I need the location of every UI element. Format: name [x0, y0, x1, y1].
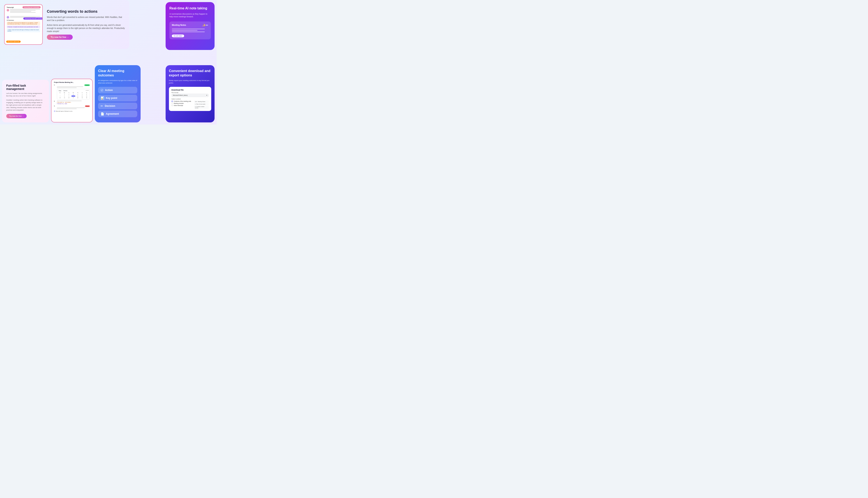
download-body: Easily export your meeting outcomes in a… [169, 79, 211, 84]
austin-badge: Austin [85, 84, 90, 86]
cal-day[interactable]: 12 [80, 95, 84, 97]
calendar-nav: Today Tomorrow Jul 2024 [58, 90, 89, 91]
summarizing-badge: Summarizing transcript in real time [23, 17, 43, 19]
converting-words-heading: Converting words to actions [47, 9, 125, 14]
ai-action: □ Action: Austin will meet with legal on… [7, 28, 40, 32]
cal-header: Fr [80, 92, 84, 93]
transcript-text-line [10, 10, 36, 11]
file-format-select[interactable]: Microsoft Word (.docx) ▾ [171, 94, 209, 97]
task-line-group: Austin Today Tomorrow Jul 2024 Su Mo Tu [57, 84, 90, 100]
task-num-3: 3. [54, 105, 56, 107]
converting-words-para2: Action items are generated automatically… [47, 24, 125, 33]
option-label-3: Voice transcript [174, 105, 183, 106]
converting-words-para1: Words that don't get converted to action… [47, 16, 125, 22]
meeting-items-list: 11h - Meeting Notes 1. Plan of next week… [194, 101, 209, 109]
main-container: Transcript Transcribing your conversatio… [0, 0, 217, 124]
notes-line [172, 31, 205, 32]
cal-day[interactable]: 11 [76, 95, 80, 97]
add-to-note-badge: One click to add to note [6, 41, 21, 43]
radio-minutes[interactable] [171, 103, 173, 104]
keypoint-label: Key point [106, 96, 117, 100]
cal-day[interactable]: 15 [62, 97, 66, 99]
ai-decision: # Decision: Complete the demand survey q… [7, 26, 40, 28]
download-options: Contents of the meeting note Meeting min… [171, 101, 193, 109]
select-content-label: Select content [171, 98, 209, 100]
cal-day[interactable]: 16 [67, 97, 71, 99]
transcribing-badge: Transcribing your conversation [23, 6, 41, 8]
meeting-item-3: 2. Conduct market survey [194, 106, 209, 109]
task-line [57, 108, 77, 109]
decision-text: # Decision: Sy... week. [57, 103, 90, 104]
cal-day[interactable]: 7 [58, 95, 62, 97]
cal-day[interactable]: 18 [76, 97, 80, 99]
task-line-group-3: Fiona [57, 105, 90, 109]
realtime-ai-body: AI summarizes discussions as they happen… [169, 13, 211, 18]
cal-day[interactable]: 8 [62, 95, 66, 97]
card-converting-words: Transcript Transcribing your conversatio… [0, 0, 129, 49]
try-now-bottom-button[interactable]: Try now for free → [6, 114, 27, 118]
task-line-group-2: # Key point: La... and conduct... # Deci… [57, 101, 90, 104]
cal-day[interactable]: 13 [85, 95, 89, 97]
cal-header: Su [58, 92, 62, 93]
transcript-text-line [10, 11, 31, 12]
today-btn[interactable]: Today [58, 90, 62, 91]
converting-words-text: Converting words to actions Words that d… [47, 9, 125, 40]
cal-day[interactable]: 19 [80, 97, 84, 99]
task-item-2: 2. # Key point: La... and conduct... # D… [54, 101, 90, 104]
task-num-2: 2. [54, 101, 56, 102]
tomorrow-btn[interactable]: Tomorrow [63, 90, 68, 91]
radio-transcript[interactable] [171, 105, 173, 106]
outcomes-heading: Clear AI meeting outcomes [98, 69, 137, 78]
option-label-1: Contents of the meeting note [174, 101, 191, 102]
download-option-3: Voice transcript [171, 105, 193, 106]
outcome-action: ☑ Action [98, 87, 137, 93]
cal-day-highlight[interactable]: 10 [71, 95, 75, 97]
outcome-decision: ✏ Decision [98, 103, 137, 109]
meeting-notes-box: Meeting Notes ✨✏ AI-note taker [169, 22, 211, 39]
realtime-ai-heading: Real-time AI note taking [169, 6, 211, 11]
task-num-1: 1. [54, 84, 56, 86]
ai-summary-label: AI Summary [7, 19, 40, 21]
cal-day[interactable]: 3 [71, 94, 75, 95]
transcript-text-line [10, 12, 36, 13]
cal-day[interactable]: 5 [80, 94, 84, 95]
notes-lines [172, 28, 208, 32]
cal-header: Sa [85, 92, 89, 93]
action-icon: ☑ [101, 89, 103, 92]
cal-day[interactable] [58, 94, 62, 95]
cal-day[interactable]: 17 [71, 97, 75, 99]
cal-day[interactable]: 14 [58, 97, 62, 99]
download-right-col: 11h - Meeting Notes 1. Plan of next week… [194, 101, 209, 109]
ai-note-badge: AI-note taker [172, 35, 184, 37]
avatar-2 [7, 16, 9, 18]
radio-contents[interactable] [171, 101, 173, 102]
agreement-label: Agreement [106, 113, 119, 115]
transcript-text-line [10, 9, 40, 10]
meeting-notes-title: Meeting Notes [172, 24, 186, 26]
task-line [57, 101, 82, 101]
cal-day[interactable]: 4 [76, 94, 80, 95]
card-clear-outcomes: Clear AI meeting outcomes AI categorizes… [95, 65, 141, 122]
task-management-para1: Let's be honest. No one likes doing assi… [6, 92, 45, 97]
cal-day[interactable]: 20 [85, 97, 89, 99]
cal-day[interactable]: 1 [62, 94, 66, 95]
task-item-1: 1. Austin Today Tomorrow Jul 2024 Su [54, 84, 90, 100]
cal-header: Tu [67, 92, 71, 93]
try-now-top-button[interactable]: Try now for free → [47, 35, 73, 40]
outcome-agreement: 📄 Agreement [98, 110, 137, 117]
transcript-mockup: Transcript Transcribing your conversatio… [4, 4, 43, 45]
cal-header: Th [76, 92, 80, 93]
cal-day[interactable]: 2 [67, 94, 71, 95]
outcome-keypoint: 📊 Key point [98, 95, 137, 101]
cal-day[interactable]: 6 [85, 94, 89, 95]
ai-keypoint: # Key point: we have two key objectives … [7, 22, 40, 25]
task-line [57, 88, 77, 88]
task-management-para2: Huddles' meeting action item tracking so… [6, 99, 45, 112]
card-download-export: Convenient download and export options E… [166, 65, 215, 122]
agreement-icon: 📄 [101, 112, 104, 116]
cal-day[interactable]: 9 [67, 95, 71, 97]
meeting-notes-header: Meeting Notes ✨✏ [172, 24, 208, 27]
fiona-badge: Fiona [85, 105, 90, 107]
task-line [57, 107, 85, 108]
task-sub-text: Meet with legal on Monday for contr... [56, 110, 73, 112]
